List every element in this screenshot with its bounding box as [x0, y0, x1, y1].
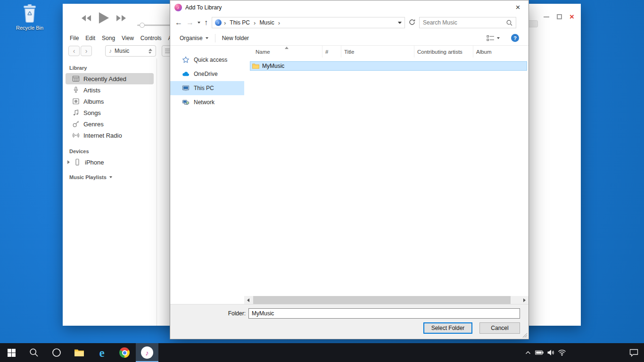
- horizontal-scrollbar[interactable]: [244, 296, 528, 304]
- new-folder-button[interactable]: New folder: [222, 35, 249, 41]
- command-bar: Organise New folder ?: [170, 31, 528, 46]
- stepper-icon: [149, 49, 152, 54]
- battery-icon: [535, 350, 544, 355]
- dialog-title: Add To Library: [185, 4, 222, 11]
- cancel-button[interactable]: Cancel: [479, 322, 520, 334]
- add-to-library-dialog: ♪ Add To Library × ← → ↑ ♪ › This PC › M…: [170, 0, 529, 339]
- wifi-icon: [558, 349, 566, 356]
- column-number[interactable]: #: [322, 46, 341, 58]
- nav-item-this-pc[interactable]: This PC: [170, 81, 244, 95]
- action-center-button[interactable]: [623, 349, 644, 357]
- file-row-mymusic[interactable]: MyMusic: [250, 61, 527, 71]
- sidebar-item-internet-radio[interactable]: Internet Radio: [66, 130, 154, 141]
- recycle-bin-label: Recycle Bin: [16, 25, 43, 31]
- itunes-back-button[interactable]: ‹: [68, 46, 80, 56]
- taskbar-search-button[interactable]: [23, 343, 45, 362]
- sidebar-item-genres[interactable]: Genres: [66, 118, 154, 130]
- column-name[interactable]: Name: [253, 46, 322, 58]
- itunes-icon: ♪: [141, 346, 153, 359]
- separator: [215, 34, 215, 42]
- dialog-titlebar[interactable]: ♪ Add To Library ×: [170, 0, 528, 15]
- sidebar-item-recently-added[interactable]: Recently Added: [66, 73, 154, 84]
- network-tray-icon[interactable]: [556, 349, 568, 356]
- scrollbar-thumb[interactable]: [253, 296, 511, 304]
- system-tray: [522, 343, 644, 362]
- itunes-forward-button[interactable]: ›: [81, 46, 92, 56]
- breadcrumb-music[interactable]: Music: [258, 18, 275, 27]
- nav-item-quick-access[interactable]: Quick access: [170, 53, 244, 67]
- sidebar-item-albums[interactable]: Albums: [66, 96, 154, 107]
- search-input[interactable]: [420, 19, 506, 26]
- volume-tray-icon[interactable]: [545, 349, 556, 356]
- rewind-button[interactable]: [81, 15, 92, 23]
- resize-grip[interactable]: [522, 333, 528, 338]
- start-button[interactable]: [0, 343, 23, 362]
- crumb-separator-icon: ›: [222, 19, 228, 26]
- scroll-right-button[interactable]: [520, 296, 528, 304]
- dialog-body: Quick access OneDrive This PC Network: [170, 46, 528, 304]
- recent-locations-dropdown-icon[interactable]: [198, 22, 200, 24]
- dialog-footer: Folder: Select Folder Cancel: [170, 304, 528, 339]
- action-center-icon: [629, 349, 638, 357]
- navigation-pane: Quick access OneDrive This PC Network: [170, 46, 244, 304]
- column-contributing-artists[interactable]: Contributing artists: [414, 46, 473, 58]
- internet-explorer-button[interactable]: e: [91, 343, 113, 362]
- microphone-icon: [72, 86, 80, 94]
- refresh-button[interactable]: [409, 19, 415, 27]
- up-button[interactable]: ↑: [204, 18, 208, 27]
- breadcrumb[interactable]: ♪ › This PC › Music ›: [212, 17, 405, 28]
- cortana-icon: [52, 348, 61, 357]
- media-type-dropdown[interactable]: ♪ Music: [105, 45, 156, 57]
- sidebar-item-artists[interactable]: Artists: [66, 84, 154, 96]
- menu-edit[interactable]: Edit: [82, 33, 99, 43]
- nav-item-network[interactable]: Network: [170, 95, 244, 109]
- address-row: ← → ↑ ♪ › This PC › Music ›: [170, 15, 528, 31]
- back-button[interactable]: ←: [175, 18, 182, 27]
- itunes-taskbar-button[interactable]: ♪: [136, 343, 158, 362]
- expand-caret-icon[interactable]: [67, 160, 70, 164]
- breadcrumb-this-pc[interactable]: This PC: [228, 18, 251, 27]
- volume-knob[interactable]: [140, 23, 145, 28]
- itunes-nav-row: ‹ › ♪ Music: [68, 45, 174, 57]
- chrome-button[interactable]: [113, 343, 136, 362]
- location-icon: ♪: [215, 19, 222, 26]
- file-explorer-button[interactable]: [68, 343, 91, 362]
- menu-file[interactable]: File: [66, 33, 82, 43]
- recycle-bin[interactable]: Recycle Bin: [13, 4, 46, 31]
- fast-forward-button[interactable]: [116, 15, 127, 23]
- nav-item-onedrive[interactable]: OneDrive: [170, 67, 244, 81]
- cortana-button[interactable]: [45, 343, 68, 362]
- scroll-left-button[interactable]: [244, 296, 252, 304]
- organise-button[interactable]: Organise: [180, 35, 208, 41]
- select-folder-button[interactable]: Select Folder: [423, 322, 472, 334]
- forward-button[interactable]: →: [186, 18, 194, 27]
- sidebar-item-iphone[interactable]: iPhone: [66, 156, 154, 168]
- recycle-bin-icon: [21, 4, 39, 24]
- address-dropdown-icon[interactable]: [398, 22, 402, 24]
- menu-song[interactable]: Song: [99, 33, 118, 43]
- sidebar-item-songs[interactable]: Songs: [66, 107, 154, 118]
- battery-tray-icon[interactable]: [534, 350, 545, 355]
- minimize-button[interactable]: [544, 16, 549, 17]
- help-button[interactable]: ?: [511, 34, 519, 42]
- music-playlists-heading[interactable]: Music Playlists: [69, 174, 157, 180]
- internet-explorer-icon: e: [99, 347, 104, 359]
- menu-view[interactable]: View: [118, 33, 137, 43]
- column-title[interactable]: Title: [341, 46, 414, 58]
- menu-controls[interactable]: Controls: [137, 33, 165, 43]
- maximize-button[interactable]: [557, 14, 562, 19]
- music-note-icon: [72, 109, 80, 116]
- views-button[interactable]: [487, 35, 500, 41]
- close-button[interactable]: ×: [570, 14, 574, 19]
- crumb-separator-icon: ›: [251, 19, 258, 26]
- devices-heading: Devices: [69, 148, 157, 154]
- column-album[interactable]: Album: [473, 46, 528, 58]
- dialog-close-button[interactable]: ×: [507, 0, 528, 15]
- folder-label: Folder:: [170, 310, 248, 317]
- search-icon: [506, 20, 512, 26]
- play-button[interactable]: [98, 11, 109, 26]
- chevron-down-icon: [206, 37, 208, 39]
- folder-input[interactable]: [248, 308, 520, 319]
- scrollbar-track[interactable]: [252, 296, 520, 304]
- hidden-icons-button[interactable]: [522, 351, 534, 354]
